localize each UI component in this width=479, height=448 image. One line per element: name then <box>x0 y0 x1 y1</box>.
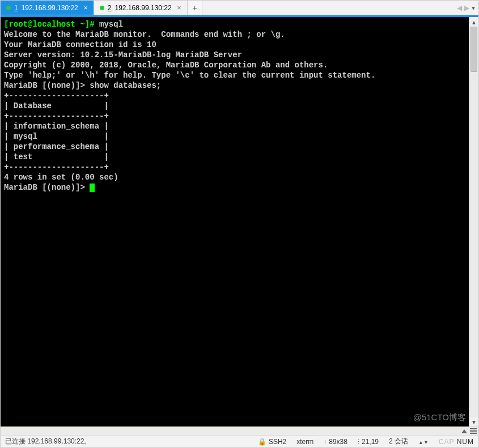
status-protocol: 🔒 SSH2 <box>258 438 286 446</box>
terminal-line: MariaDB [(none)]> <box>4 182 465 193</box>
tab-2[interactable]: 2192.168.99.130:22× <box>94 1 188 15</box>
status-size: ↕ 89x38 <box>324 438 347 446</box>
status-transfer-icon: ▲▼ <box>418 438 429 446</box>
terminal-line: MariaDB [(none)]> show databases; <box>4 80 465 91</box>
connection-dot-icon <box>6 6 11 10</box>
terminal-line: 4 rows in set (0.00 sec) <box>4 172 465 182</box>
tab-label: 192.168.99.130:22 <box>115 4 172 12</box>
status-termtype: xterm <box>296 438 313 446</box>
status-sessions: 2 会话 <box>389 437 408 446</box>
terminal-output[interactable]: [root@localhost ~]# mysqlWelcome to the … <box>1 17 469 426</box>
status-connection: 已连接 192.168.99.130:22。 <box>5 437 91 446</box>
terminal-wrapper: [root@localhost ~]# mysqlWelcome to the … <box>1 17 478 426</box>
tab-nav-right[interactable]: ▶ <box>464 4 469 12</box>
terminal-line: | performance_schema | <box>4 142 465 152</box>
menu-icon[interactable] <box>469 428 477 434</box>
tab-1[interactable]: 1192.168.99.130:22× <box>1 1 94 15</box>
terminal-line: +--------------------+ <box>4 91 465 101</box>
close-icon[interactable]: × <box>177 4 181 12</box>
terminal-line: +--------------------+ <box>4 162 465 172</box>
scroll-up-button[interactable]: ▴ <box>469 17 478 27</box>
terminal-line: [root@localhost ~]# mysql <box>4 19 465 29</box>
vertical-scrollbar: ▴ ▾ <box>469 17 478 426</box>
terminal-footer-bar <box>1 426 478 435</box>
scroll-track[interactable] <box>469 27 478 417</box>
tab-bar: 1192.168.99.130:22×2192.168.99.130:22× +… <box>1 1 478 15</box>
position-icon: ⵗ <box>358 438 359 445</box>
tab-label: 192.168.99.130:22 <box>22 4 78 12</box>
terminal-line: | information_schema | <box>4 121 465 131</box>
terminal-line: +--------------------+ <box>4 111 465 121</box>
status-bar: 已连接 192.168.99.130:22。 🔒 SSH2 xterm ↕ 89… <box>1 435 478 447</box>
cursor <box>90 184 95 192</box>
tab-nav-left[interactable]: ◀ <box>457 4 462 12</box>
tab-nav-arrows: ◀ ▶ ▾ <box>453 1 478 15</box>
terminal-line: Type 'help;' or '\h' for help. Type '\c'… <box>4 70 465 80</box>
terminal-line: Copyright (c) 2000, 2018, Oracle, MariaD… <box>4 60 465 70</box>
close-icon[interactable]: × <box>84 4 88 12</box>
resize-icon: ↕ <box>324 438 327 445</box>
terminal-line: Welcome to the MariaDB monitor. Commands… <box>4 29 465 40</box>
terminal-line: Your MariaDB connection id is 10 <box>4 40 465 50</box>
scroll-down-button[interactable]: ▾ <box>469 417 478 426</box>
expand-up-icon[interactable] <box>461 429 467 433</box>
tab-number: 2 <box>108 4 112 12</box>
terminal-line: | test | <box>4 152 465 162</box>
status-cursor-pos: ⵗ 21,19 <box>358 438 379 446</box>
add-tab-button[interactable]: + <box>188 1 202 15</box>
connection-dot-icon <box>100 6 104 10</box>
scroll-thumb[interactable] <box>470 27 477 72</box>
terminal-line: | Database | <box>4 101 465 111</box>
terminal-line: | mysql | <box>4 131 465 142</box>
status-capnum: CAP NUM <box>439 438 474 446</box>
terminal-line: Server version: 10.2.15-MariaDB-log Mari… <box>4 50 465 60</box>
tab-number: 1 <box>14 4 18 12</box>
lock-icon: 🔒 <box>258 438 266 446</box>
tab-spacer <box>202 1 453 15</box>
tab-nav-dropdown[interactable]: ▾ <box>472 4 475 12</box>
